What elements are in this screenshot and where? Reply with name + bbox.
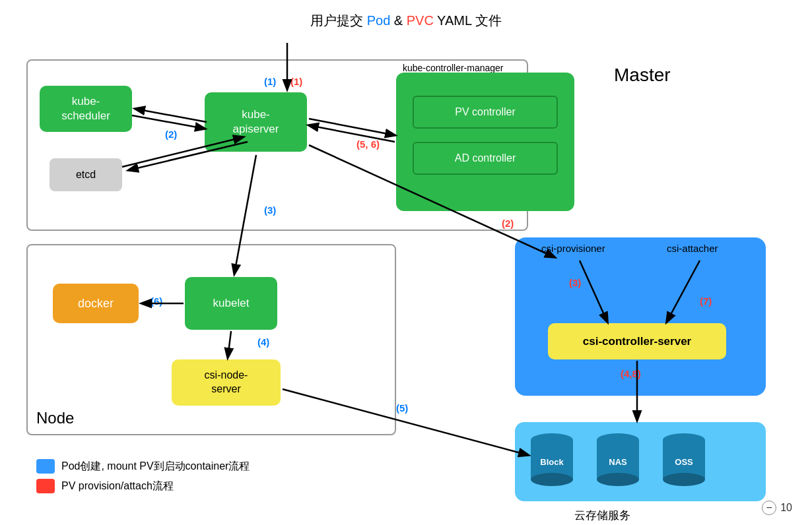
etcd-label: etcd bbox=[76, 169, 96, 181]
step-4-8-red: (4,8) bbox=[621, 368, 641, 379]
top-label-prefix: 用户提交 bbox=[310, 13, 367, 28]
diagram-container: 用户提交 Pod & PVC YAML 文件 Master Node kube-… bbox=[0, 0, 812, 525]
csi-controller-server-label: csi-controller-server bbox=[583, 335, 691, 348]
legend-blue-label: Pod创建, mount PV到启动container流程 bbox=[61, 460, 250, 474]
node-label: Node bbox=[36, 409, 74, 427]
svg-text:Block: Block bbox=[540, 457, 564, 467]
legend: Pod创建, mount PV到启动container流程 PV provisi… bbox=[36, 459, 250, 499]
zoom-minus-button[interactable]: − bbox=[762, 501, 776, 515]
ad-controller-label: AD controller bbox=[455, 152, 516, 164]
step-1-red: (1) bbox=[290, 76, 302, 87]
zoom-level: 10 bbox=[780, 502, 792, 514]
legend-blue-box bbox=[36, 459, 55, 474]
pv-controller-node: PV controller bbox=[413, 96, 558, 129]
step-4-blue: (4) bbox=[257, 336, 269, 348]
kcm-label: kube-controller-manager bbox=[403, 63, 504, 73]
svg-point-10 bbox=[663, 473, 705, 486]
kubelet-node: kubelet bbox=[185, 277, 277, 330]
kubelet-label: kubelet bbox=[213, 296, 250, 311]
step-5-6-red: (5, 6) bbox=[356, 139, 380, 150]
kube-scheduler-node: kube-scheduler bbox=[40, 86, 132, 132]
step-6-blue: (6) bbox=[151, 295, 162, 307]
block-cylinder: Block bbox=[528, 432, 576, 490]
nas-cylinder: NAS bbox=[594, 432, 642, 490]
and-text: & bbox=[390, 13, 406, 28]
csi-node-server-node: csi-node-server bbox=[172, 359, 281, 406]
storage-label: 云存储服务 bbox=[574, 508, 630, 523]
legend-red-item: PV provision/attach流程 bbox=[36, 479, 250, 493]
oss-cylinder: OSS bbox=[660, 432, 708, 490]
step-2-blue: (2) bbox=[165, 129, 177, 140]
csi-attacher-label: csi-attacher bbox=[667, 243, 718, 254]
zoom-minus-icon: − bbox=[766, 502, 772, 514]
docker-node: docker bbox=[53, 284, 139, 323]
svg-point-2 bbox=[531, 473, 573, 486]
etcd-node: etcd bbox=[50, 158, 122, 191]
kube-apiserver-node: kube-apiserver bbox=[205, 92, 307, 152]
pv-controller-label: PV controller bbox=[455, 106, 516, 118]
step-3-red: (3) bbox=[569, 277, 581, 288]
pod-text: Pod bbox=[367, 13, 391, 28]
master-label: Master bbox=[614, 65, 671, 86]
csi-controller-server-node: csi-controller-server bbox=[548, 323, 726, 359]
legend-red-label: PV provision/attach流程 bbox=[61, 479, 174, 493]
svg-text:NAS: NAS bbox=[609, 457, 627, 467]
ad-controller-node: AD controller bbox=[413, 142, 558, 175]
top-label-suffix: YAML 文件 bbox=[434, 13, 502, 28]
node-box bbox=[26, 244, 396, 435]
zoom-indicator: − 10 bbox=[762, 501, 792, 515]
svg-point-6 bbox=[597, 473, 639, 486]
docker-label: docker bbox=[78, 297, 114, 311]
step-5-blue: (5) bbox=[396, 402, 408, 414]
step-1-blue: (1) bbox=[264, 76, 276, 87]
step-2-red: (2) bbox=[502, 218, 514, 229]
csi-provisioner-label: csi-provisioner bbox=[541, 243, 605, 254]
top-label: 用户提交 Pod & PVC YAML 文件 bbox=[310, 12, 502, 30]
legend-blue-item: Pod创建, mount PV到启动container流程 bbox=[36, 459, 250, 474]
step-3-blue: (3) bbox=[264, 204, 276, 216]
svg-text:OSS: OSS bbox=[675, 457, 693, 467]
legend-red-box bbox=[36, 479, 55, 493]
pvc-text: PVC bbox=[407, 13, 434, 28]
step-7-red: (7) bbox=[700, 295, 712, 307]
